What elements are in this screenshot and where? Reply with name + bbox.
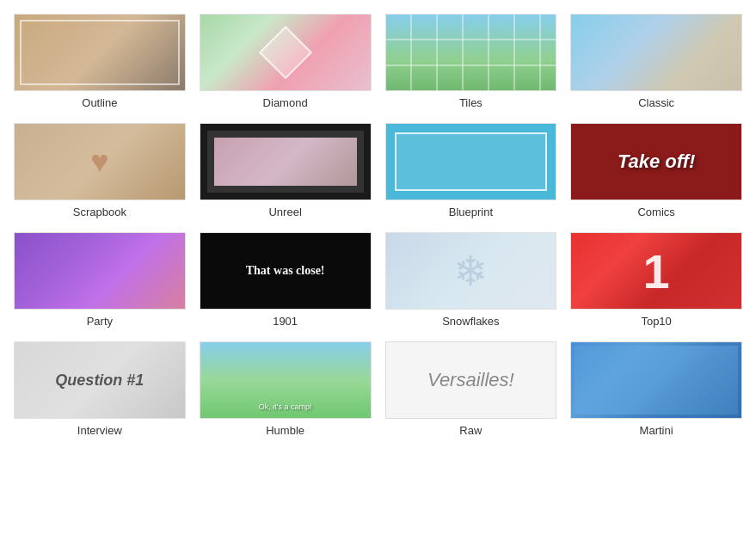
thumbnail-raw: Versailles! <box>385 341 557 419</box>
template-label-outline: Outline <box>82 96 117 109</box>
template-item-diamond[interactable]: Diamond <box>200 14 372 109</box>
template-item-snowflakes[interactable]: ❄ Snowflakes <box>385 232 557 328</box>
thumbnail-martini <box>570 341 742 419</box>
template-item-blueprint[interactable]: Blueprint <box>385 123 557 218</box>
template-item-interview[interactable]: Question #1 Interview <box>14 341 186 437</box>
template-label-martini: Martini <box>640 424 673 437</box>
interview-overlay-text: Question #1 <box>55 372 144 390</box>
raw-overlay-text: Versailles! <box>427 369 514 391</box>
template-label-scrapbook: Scrapbook <box>73 206 126 218</box>
thumbnail-blueprint <box>385 123 557 200</box>
thumbnail-1901: That was close! <box>200 232 372 310</box>
template-label-blueprint: Blueprint <box>449 206 493 218</box>
template-item-party[interactable]: Party <box>14 232 186 328</box>
template-label-party: Party <box>87 315 113 328</box>
thumbnail-scrapbook <box>14 123 186 200</box>
template-label-snowflakes: Snowflakes <box>442 315 499 328</box>
top10-overlay-text: 1 <box>643 243 670 299</box>
template-label-raw: Raw <box>459 424 482 437</box>
thumbnail-top10: 1 <box>570 232 742 310</box>
template-label-tiles: Tiles <box>459 96 482 109</box>
template-item-scrapbook[interactable]: Scrapbook <box>14 123 186 218</box>
template-item-martini[interactable]: Martini <box>570 341 742 437</box>
thumbnail-classic <box>570 14 742 91</box>
snowflake-icon: ❄ <box>453 247 488 295</box>
template-gallery: Outline Diamond Tiles Classic Scrapbook … <box>0 0 756 451</box>
template-item-outline[interactable]: Outline <box>14 14 186 109</box>
template-item-raw[interactable]: Versailles! Raw <box>385 341 557 437</box>
template-label-humble: Humble <box>266 424 304 437</box>
template-label-top10: Top10 <box>641 315 671 328</box>
thumbnail-comics: Take off! <box>570 123 742 200</box>
thumbnail-outline <box>14 14 186 91</box>
thumbnail-humble <box>200 341 372 419</box>
thumbnail-interview: Question #1 <box>14 341 186 419</box>
thumbnail-party <box>14 232 186 310</box>
template-label-unreel: Unreel <box>268 206 301 218</box>
template-item-tiles[interactable]: Tiles <box>385 14 557 109</box>
thumbnail-diamond <box>200 14 372 91</box>
template-item-humble[interactable]: Humble <box>200 341 372 437</box>
template-label-classic: Classic <box>638 96 674 109</box>
thumbnail-unreel <box>200 123 372 200</box>
template-label-diamond: Diamond <box>263 96 308 109</box>
template-item-unreel[interactable]: Unreel <box>200 123 372 218</box>
template-item-comics[interactable]: Take off! Comics <box>570 123 742 218</box>
template-item-1901[interactable]: That was close! 1901 <box>200 232 372 328</box>
1901-overlay-text: That was close! <box>246 264 325 278</box>
template-label-comics: Comics <box>637 206 674 218</box>
template-item-classic[interactable]: Classic <box>570 14 742 109</box>
thumbnail-tiles <box>385 14 557 91</box>
template-label-1901: 1901 <box>273 315 298 328</box>
thumbnail-snowflakes: ❄ <box>385 232 557 310</box>
template-item-top10[interactable]: 1 Top10 <box>570 232 742 328</box>
comics-overlay-text: Take off! <box>618 150 695 173</box>
template-label-interview: Interview <box>77 424 122 437</box>
